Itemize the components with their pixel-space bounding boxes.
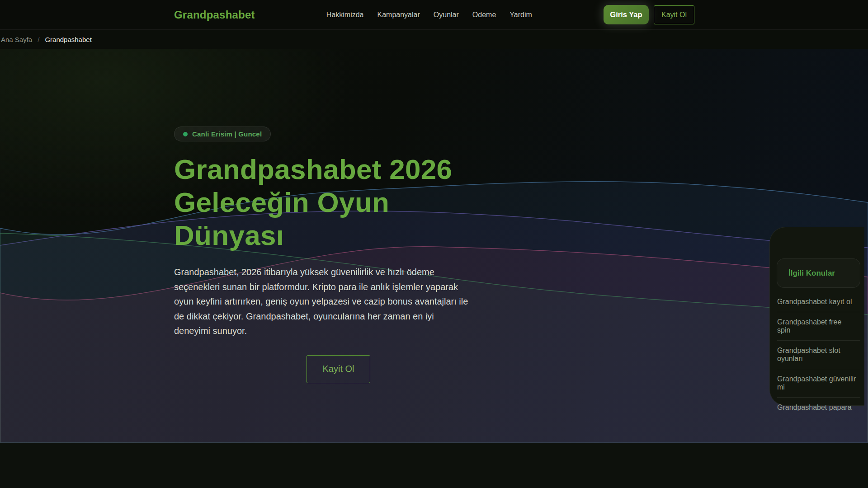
register-button[interactable]: Kayit Ol bbox=[654, 5, 694, 24]
hero-content: Canli Erisim | Guncel Grandpashabet 2026… bbox=[0, 49, 497, 383]
related-link-free-spin[interactable]: Grandpashabet free spin bbox=[777, 312, 860, 340]
hero-section: Canli Erisim | Guncel Grandpashabet 2026… bbox=[0, 49, 868, 443]
hero-description: Grandpashabet, 2026 itibarıyla yüksek gü… bbox=[174, 265, 471, 338]
related-topics-list: Grandpashabet kayıt ol Grandpashabet fre… bbox=[770, 292, 864, 418]
nav-link-hakkimizda[interactable]: Hakkimizda bbox=[326, 11, 364, 19]
nav-link-odeme[interactable]: Odeme bbox=[472, 11, 496, 19]
related-topics-title: İlgili Konular bbox=[788, 269, 835, 278]
main-nav: Hakkimizda Kampanyalar Oyunlar Odeme Yar… bbox=[326, 11, 532, 19]
page-title: Grandpashabet 2026 Geleceğin Oyun Dünyas… bbox=[174, 153, 472, 252]
live-status-badge: Canli Erisim | Guncel bbox=[174, 127, 271, 141]
live-badge-label: Canli Erisim | Guncel bbox=[192, 130, 262, 138]
breadcrumb-current: Grandpashabet bbox=[45, 36, 91, 43]
brand-logo[interactable]: Grandpashabet bbox=[174, 9, 255, 21]
nav-link-kampanyalar[interactable]: Kampanyalar bbox=[377, 11, 420, 19]
hero-register-button[interactable]: Kayit Ol bbox=[307, 355, 370, 383]
header-actions: Giris Yap Kayit Ol bbox=[604, 5, 694, 24]
related-link-papara[interactable]: Grandpashabet papara bbox=[777, 397, 860, 418]
related-link-kayit-ol[interactable]: Grandpashabet kayıt ol bbox=[770, 292, 864, 312]
navbar-inner: Grandpashabet Hakkimizda Kampanyalar Oyu… bbox=[0, 5, 868, 24]
top-navbar: Grandpashabet Hakkimizda Kampanyalar Oyu… bbox=[0, 0, 868, 30]
live-dot-icon bbox=[183, 132, 188, 136]
breadcrumb-separator: / bbox=[38, 36, 39, 43]
related-link-slot-oyunlari[interactable]: Grandpashabet slot oyunları bbox=[777, 340, 860, 369]
related-topics-header: İlgili Konular bbox=[777, 258, 860, 288]
breadcrumb-home-link[interactable]: Ana Sayfa bbox=[1, 36, 32, 43]
related-link-guvenilir-mi[interactable]: Grandpashabet güvenilir mi bbox=[777, 369, 860, 397]
login-button[interactable]: Giris Yap bbox=[604, 5, 649, 24]
page-footer-area bbox=[0, 443, 868, 488]
breadcrumb: Ana Sayfa / Grandpashabet bbox=[0, 30, 868, 49]
nav-link-oyunlar[interactable]: Oyunlar bbox=[434, 11, 459, 19]
related-topics-panel: İlgili Konular Grandpashabet kayıt ol Gr… bbox=[769, 227, 864, 406]
nav-link-yardim[interactable]: Yardim bbox=[509, 11, 532, 19]
